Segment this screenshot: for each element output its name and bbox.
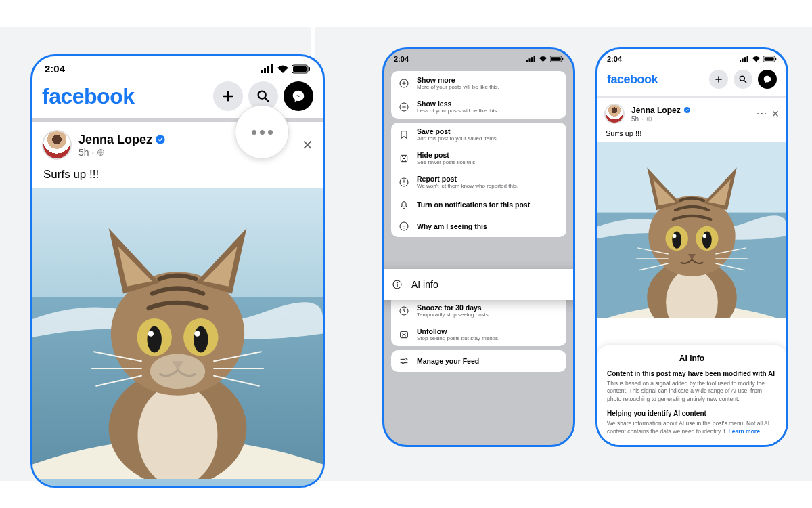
svg-point-17 <box>147 326 161 353</box>
svg-rect-23 <box>529 58 531 62</box>
svg-rect-2 <box>267 66 269 73</box>
close-post-button[interactable]: ✕ <box>302 137 313 153</box>
author-name[interactable]: Jenna Lopez <box>78 133 152 147</box>
add-button[interactable] <box>709 70 728 89</box>
messenger-button[interactable] <box>284 81 313 111</box>
question-icon <box>398 220 410 232</box>
avatar[interactable] <box>604 104 625 124</box>
status-time: 2:04 <box>45 63 65 75</box>
wifi-icon <box>752 56 761 62</box>
svg-point-8 <box>156 135 164 144</box>
svg-rect-24 <box>531 57 533 62</box>
wifi-icon <box>539 56 547 62</box>
menu-show-more[interactable]: Show moreMore of your posts will be like… <box>391 71 566 95</box>
post-timestamp: 5h <box>631 115 639 123</box>
svg-rect-41 <box>742 58 744 62</box>
phone-screen-feed: 2:04 facebook Jenna Lopez 5h · <box>30 54 325 488</box>
post-image[interactable] <box>597 142 786 318</box>
messenger-icon <box>291 89 306 104</box>
ai-heading-2: Helping you identify AI content <box>607 410 777 417</box>
svg-rect-28 <box>562 58 563 60</box>
menu-ai-info[interactable]: AI info <box>384 269 573 300</box>
svg-point-57 <box>672 232 681 249</box>
svg-rect-42 <box>744 57 746 62</box>
svg-point-18 <box>194 326 208 353</box>
signal-icon <box>261 64 274 74</box>
bookmark-icon <box>398 129 410 141</box>
svg-rect-25 <box>534 56 535 62</box>
svg-point-19 <box>148 331 154 337</box>
post-image[interactable] <box>32 188 323 486</box>
menu-snooze[interactable]: Snooze for 30 daysTemporarily stop seein… <box>391 299 566 322</box>
add-button[interactable] <box>213 81 243 111</box>
svg-point-60 <box>703 234 707 238</box>
ai-info-card: AI info Content in this post may have be… <box>597 345 786 445</box>
facebook-logo[interactable]: facebook <box>607 72 658 87</box>
search-button[interactable] <box>734 70 752 89</box>
minus-circle-icon <box>398 101 410 113</box>
globe-icon <box>97 148 105 156</box>
svg-rect-1 <box>264 68 266 73</box>
avatar[interactable] <box>42 130 72 160</box>
close-post-button[interactable]: ✕ <box>771 108 780 119</box>
verified-badge-icon <box>683 106 691 114</box>
svg-point-21 <box>150 354 206 389</box>
messenger-button[interactable] <box>758 70 777 89</box>
messenger-icon <box>763 75 772 84</box>
svg-point-36 <box>405 358 407 360</box>
status-icons <box>261 64 311 74</box>
svg-point-48 <box>684 107 690 113</box>
menu-notifications[interactable]: Turn on notifications for this post <box>391 194 566 215</box>
alert-icon <box>398 176 410 188</box>
bell-icon <box>398 198 410 211</box>
menu-unfollow[interactable]: UnfollowStop seeing posts but stay frien… <box>391 322 566 346</box>
signal-icon <box>526 56 536 62</box>
phone-screen-menu: 2:04 Show moreMore of your posts will be… <box>382 47 575 447</box>
menu-why-seeing[interactable]: Why am I seeing this <box>391 215 566 237</box>
plus-icon <box>221 89 235 104</box>
more-options-button[interactable] <box>757 113 767 115</box>
svg-point-58 <box>702 232 712 249</box>
cat-surf-illustration <box>597 142 786 318</box>
menu-report-post[interactable]: Report postWe won't let them know who re… <box>391 170 566 194</box>
post-text: Surfs up !!! <box>597 129 786 142</box>
search-icon <box>738 75 748 84</box>
author-name[interactable]: Jenna Lopez <box>631 106 681 115</box>
plus-icon <box>714 75 723 84</box>
status-icons <box>526 56 564 62</box>
menu-hide-post[interactable]: Hide postSee fewer posts like this. <box>391 146 566 170</box>
battery-icon <box>550 56 564 62</box>
status-bar: 2:04 <box>384 49 573 66</box>
menu-show-less[interactable]: Show lessLess of your posts will be like… <box>391 95 566 119</box>
cat-surf-illustration <box>32 188 323 479</box>
svg-point-20 <box>194 331 200 337</box>
svg-rect-40 <box>740 60 741 62</box>
menu-save-post[interactable]: Save postAdd this post to your saved ite… <box>391 123 566 146</box>
plus-circle-icon <box>398 77 410 89</box>
svg-rect-5 <box>293 66 307 72</box>
signal-icon <box>740 56 749 62</box>
unfollow-icon <box>398 329 410 341</box>
search-icon <box>256 89 271 104</box>
post-header: Jenna Lopez 5h · ✕ <box>597 98 786 129</box>
verified-badge-icon <box>155 134 166 145</box>
more-options-button[interactable] <box>235 105 289 159</box>
ai-card-title: AI info <box>607 354 777 363</box>
app-header: facebook <box>597 66 786 96</box>
learn-more-link[interactable]: Learn more <box>729 428 760 435</box>
menu-manage-feed[interactable]: Manage your Feed <box>391 350 566 372</box>
phone-screen-ai-info: 2:04 facebook Jenna Lopez 5h · <box>595 47 788 447</box>
svg-rect-45 <box>764 57 773 61</box>
facebook-logo[interactable]: facebook <box>42 84 134 109</box>
svg-rect-43 <box>747 56 748 62</box>
status-bar: 2:04 <box>597 49 786 66</box>
battery-icon <box>763 56 777 62</box>
svg-rect-6 <box>309 67 310 71</box>
status-time: 2:04 <box>394 55 409 63</box>
svg-rect-27 <box>551 57 560 61</box>
wifi-icon <box>277 64 289 74</box>
post-timestamp: 5h <box>78 147 89 158</box>
clock-icon <box>398 305 410 317</box>
svg-rect-3 <box>271 64 273 73</box>
ai-body-2: We share information about AI use in the… <box>607 420 777 436</box>
